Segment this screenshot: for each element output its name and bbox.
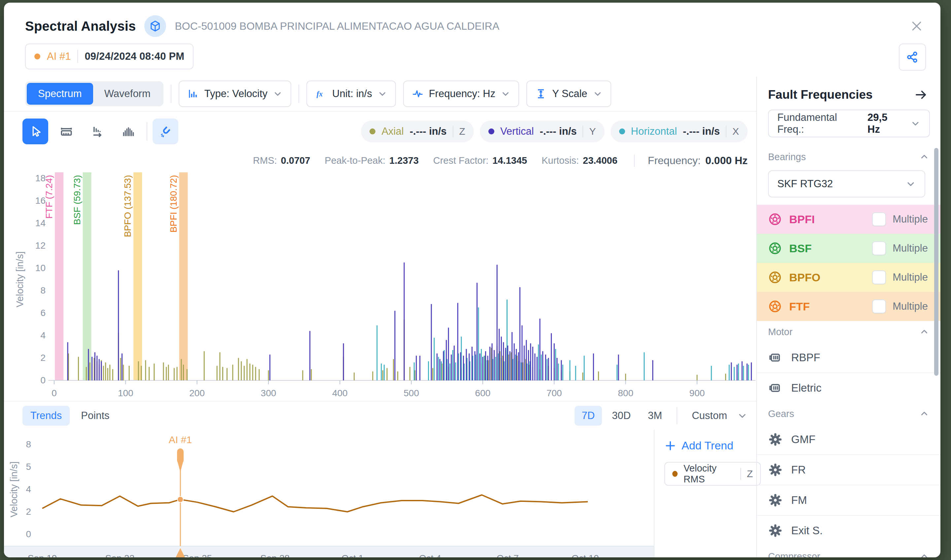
chevron-down-icon [377,89,387,99]
bearing-dropdown[interactable]: SKF RTG32 [768,171,925,197]
legend-name: Axial [382,125,403,137]
arrow-right-icon[interactable] [914,88,928,102]
legend-chip-vertical[interactable]: Vertical-.--- in/sY [480,120,605,142]
bearing-icon [768,242,782,255]
share-button[interactable] [899,44,926,71]
trend-chart[interactable]: Sep 19Sep 22Sep 25Sep 28Oct 1Oct 4Oct 7O… [4,430,654,557]
sidebar-section-motor: MotorRBPFEletric [757,321,940,403]
svg-text:400: 400 [332,388,348,398]
unit-dropdown-label: Unit: in/s [332,88,372,100]
tab-trends[interactable]: Trends [23,406,70,426]
ai-marker-dot[interactable] [177,497,183,503]
checkbox-multiple-bpfo[interactable] [872,271,886,284]
fault-item-eletric[interactable]: Eletric [757,372,940,403]
spectrum-series-axial [68,320,738,380]
svg-text:Sep 28: Sep 28 [260,553,289,557]
trends-header: Trends Points 7D30D3MCustom [4,401,756,430]
item-name: FM [791,494,807,506]
fault-item-gmf[interactable]: GMF [757,425,940,454]
ruler-tool-button[interactable] [54,118,79,144]
bearing-icon [768,212,782,226]
stat-label: Peak-to-Peak: [325,155,385,166]
toolbar-divider [171,85,171,103]
harmonics-tool-button[interactable] [85,118,110,144]
fault-item-exits[interactable]: Exit S. [757,515,940,546]
measurement-chip[interactable]: AI #1 09/24/2024 08:40 PM [25,44,194,69]
svg-text:8: 8 [40,285,46,295]
fault-row-bpfo[interactable]: BPFOMultiple [757,263,940,292]
unit-dropdown[interactable]: fx Unit: in/s [306,81,396,107]
svg-text:200: 200 [189,388,205,398]
svg-text:0: 0 [40,375,46,385]
type-dropdown[interactable]: Type: Velocity [179,81,291,107]
fault-band-label: BPFO (137.53) [123,175,133,237]
multiple-label: Multiple [893,242,928,254]
close-icon [910,20,923,33]
svg-text:700: 700 [546,388,562,398]
range-custom[interactable]: Custom [685,406,734,426]
section-label: Motor [768,326,919,337]
tab-waveform[interactable]: Waveform [93,83,162,105]
legend-chip-horizontal[interactable]: Horizontal-.--- in/sX [611,120,748,142]
legend-name: Horizontal [631,125,677,137]
svg-text:0: 0 [51,388,57,398]
fault-item-rbpf[interactable]: RBPF [757,343,940,372]
checkbox-multiple-bsf[interactable] [872,242,886,255]
svg-text:Sep 19: Sep 19 [28,553,57,557]
legend-axis: Y [589,126,596,137]
spectrum-chart[interactable]: 0100200300400500600700800900181614121086… [4,170,756,401]
cursor-tool-button[interactable] [23,118,48,144]
add-trend-button[interactable]: Add Trend [664,439,761,452]
checkbox-multiple-ftf[interactable] [872,300,886,313]
y-scale-icon [535,88,547,100]
trend-series-chip[interactable]: Velocity RMS Z [664,462,761,486]
fault-item-fm[interactable]: FM [757,485,940,515]
section-header-gears[interactable]: Gears [757,403,940,425]
section-header-compressor[interactable]: Compressor [757,546,940,557]
tab-points[interactable]: Points [73,406,117,426]
svg-text:100: 100 [118,388,134,398]
harmonics-icon [90,124,105,139]
yscale-dropdown[interactable]: Y Scale [526,81,611,107]
pulse-icon [412,88,424,100]
gear-icon [768,523,783,538]
trend-series-name: Velocity RMS [683,463,734,485]
svg-text:Oct 7: Oct 7 [497,553,519,557]
legend-chip-axial[interactable]: Axial-.--- in/sZ [361,120,474,142]
range-30d[interactable]: 30D [605,406,638,426]
checkbox-multiple-bpfi[interactable] [872,212,886,226]
ruler-icon [59,124,74,139]
gear-icon [768,432,783,447]
sidebar-scrollbar[interactable] [934,148,939,376]
stat-value: 0.0707 [281,155,310,166]
multiple-label: Multiple [893,300,928,312]
fault-row-ftf[interactable]: FTFMultiple [757,292,940,321]
svg-text:Sep 25: Sep 25 [183,553,212,557]
chevron-up-icon [919,409,929,419]
fault-row-bsf[interactable]: BSFMultiple [757,234,940,263]
frequency-dropdown[interactable]: Frequency: Hz [403,81,519,107]
section-header-bearings[interactable]: Bearings [757,146,940,168]
svg-text:0: 0 [26,529,31,539]
tab-spectrum[interactable]: Spectrum [27,83,93,105]
stat-kurtosis: Kurtosis:23.4006 [542,155,617,166]
chevron-down-icon [910,118,921,129]
range-3m[interactable]: 3M [641,406,669,426]
fault-name: BPFI [789,213,872,226]
legend-divider [583,125,583,137]
fault-item-fr[interactable]: FR [757,454,940,485]
close-button[interactable] [907,17,926,35]
add-trend-label: Add Trend [682,439,733,452]
section-label: Gears [768,408,919,419]
item-name: RBPF [791,351,820,364]
fault-row-bpfi[interactable]: BPFIMultiple [757,205,940,234]
trend-line [42,495,588,512]
stat-label: Kurtosis: [542,155,579,166]
range-7d[interactable]: 7D [574,406,602,426]
magnet-tool-button[interactable] [152,118,178,144]
sidebands-tool-button[interactable] [115,118,141,144]
section-header-motor[interactable]: Motor [757,321,940,343]
bearing-icon [768,300,782,313]
cube-icon [149,20,162,32]
fundamental-frequency-dropdown[interactable]: Fundamental Freq.: 29,5 Hz [768,109,930,137]
